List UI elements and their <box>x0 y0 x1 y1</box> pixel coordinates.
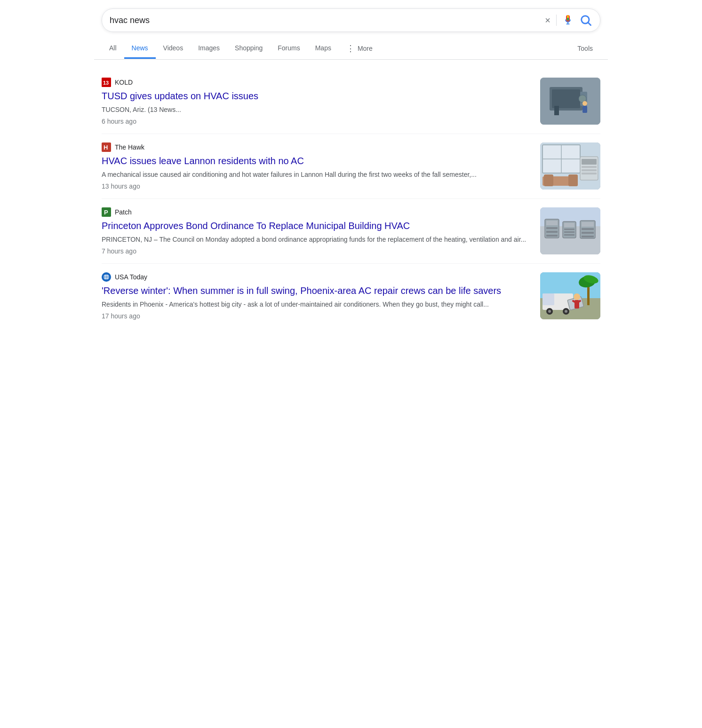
svg-text:13: 13 <box>103 80 109 86</box>
svg-rect-36 <box>546 227 558 229</box>
svg-rect-38 <box>546 235 558 237</box>
svg-rect-13 <box>582 106 587 113</box>
news-title[interactable]: TUSD gives updates on HVAC issues <box>102 90 533 102</box>
results-container: 13 KOLD TUSD gives updates on HVAC issue… <box>94 60 608 328</box>
tab-maps[interactable]: Maps <box>308 39 339 59</box>
svg-rect-45 <box>582 222 594 227</box>
vertical-divider <box>556 15 557 26</box>
source-name: The Hawk <box>115 143 144 151</box>
svg-rect-8 <box>552 89 580 108</box>
news-time: 17 hours ago <box>102 312 533 320</box>
news-time: 6 hours ago <box>102 118 533 125</box>
search-icon[interactable] <box>579 14 592 27</box>
source-name: USA Today <box>115 273 147 281</box>
tab-videos[interactable]: Videos <box>156 39 191 59</box>
search-input[interactable] <box>110 16 545 25</box>
news-image <box>540 142 600 190</box>
mic-icon[interactable] <box>562 15 574 26</box>
tab-shopping[interactable]: Shopping <box>227 39 270 59</box>
svg-rect-41 <box>564 229 574 230</box>
svg-rect-22 <box>582 159 597 165</box>
nav-tabs: All News Videos Images Shopping Forums M… <box>94 38 608 60</box>
svg-point-67 <box>574 293 580 300</box>
news-content: H The Hawk HVAC issues leave Lannon resi… <box>102 142 533 190</box>
svg-rect-48 <box>582 236 594 237</box>
news-source: 13 KOLD <box>102 78 533 87</box>
news-time: 7 hours ago <box>102 247 533 255</box>
news-content: USA Today 'Reverse winter': When summer … <box>102 272 533 320</box>
svg-point-65 <box>565 310 567 313</box>
svg-rect-46 <box>582 228 594 230</box>
news-source: USA Today <box>102 272 533 282</box>
news-title[interactable]: 'Reverse winter': When summer is in full… <box>102 285 533 297</box>
news-title[interactable]: HVAC issues leave Lannon residents with … <box>102 155 533 167</box>
svg-rect-40 <box>564 223 574 227</box>
svg-rect-35 <box>546 221 558 225</box>
news-source: H The Hawk <box>102 142 533 152</box>
news-snippet: A mechanical issue caused air conditioni… <box>102 170 533 180</box>
tab-news[interactable]: News <box>124 39 156 59</box>
svg-rect-61 <box>542 293 554 305</box>
tab-forums[interactable]: Forums <box>270 39 307 59</box>
news-item: H The Hawk HVAC issues leave Lannon resi… <box>102 134 600 199</box>
svg-rect-24 <box>582 169 597 171</box>
svg-point-63 <box>548 310 551 313</box>
source-favicon: P <box>102 207 111 217</box>
svg-point-12 <box>582 101 587 106</box>
svg-rect-27 <box>544 174 553 186</box>
svg-line-3 <box>588 23 590 25</box>
svg-rect-42 <box>564 231 574 233</box>
news-snippet: Residents in Phoenix - America's hottest… <box>102 300 533 309</box>
news-snippet: PRINCETON, NJ – The Council on Monday ad… <box>102 235 533 245</box>
clear-icon[interactable]: × <box>545 16 550 25</box>
three-dots-icon: ⋮ <box>346 43 356 54</box>
news-content: P Patch Princeton Approves Bond Ordinanc… <box>102 207 533 255</box>
search-icons-group: × <box>545 14 592 27</box>
news-item: P Patch Princeton Approves Bond Ordinanc… <box>102 199 600 264</box>
news-item: USA Today 'Reverse winter': When summer … <box>102 264 600 328</box>
source-name: KOLD <box>115 79 133 86</box>
source-favicon: 13 <box>102 78 111 87</box>
search-bar-wrapper: × <box>94 0 608 38</box>
search-bar: × <box>102 8 600 32</box>
source-favicon <box>102 272 111 282</box>
source-favicon: H <box>102 142 111 152</box>
news-content: 13 KOLD TUSD gives updates on HVAC issue… <box>102 78 533 125</box>
news-image <box>540 272 600 319</box>
news-snippet: TUCSON, Ariz. (13 News... <box>102 105 533 115</box>
svg-rect-43 <box>564 234 574 236</box>
svg-rect-9 <box>554 106 559 115</box>
tools-button[interactable]: Tools <box>570 39 600 58</box>
news-item: 13 KOLD TUSD gives updates on HVAC issue… <box>102 69 600 134</box>
svg-text:H: H <box>104 144 108 151</box>
svg-rect-25 <box>582 173 597 174</box>
more-label: More <box>358 45 373 52</box>
svg-rect-37 <box>546 231 558 233</box>
svg-rect-47 <box>582 232 594 234</box>
news-title[interactable]: Princeton Approves Bond Ordinance To Rep… <box>102 220 533 232</box>
news-time: 13 hours ago <box>102 182 533 190</box>
svg-rect-28 <box>568 174 578 186</box>
news-source: P Patch <box>102 207 533 217</box>
news-image <box>540 207 600 254</box>
source-name: Patch <box>115 208 132 216</box>
tab-all[interactable]: All <box>102 39 124 59</box>
svg-rect-23 <box>582 166 597 168</box>
tab-images[interactable]: Images <box>191 39 227 59</box>
news-image <box>540 78 600 125</box>
svg-text:P: P <box>104 209 108 216</box>
more-menu[interactable]: ⋮ More <box>339 38 380 59</box>
